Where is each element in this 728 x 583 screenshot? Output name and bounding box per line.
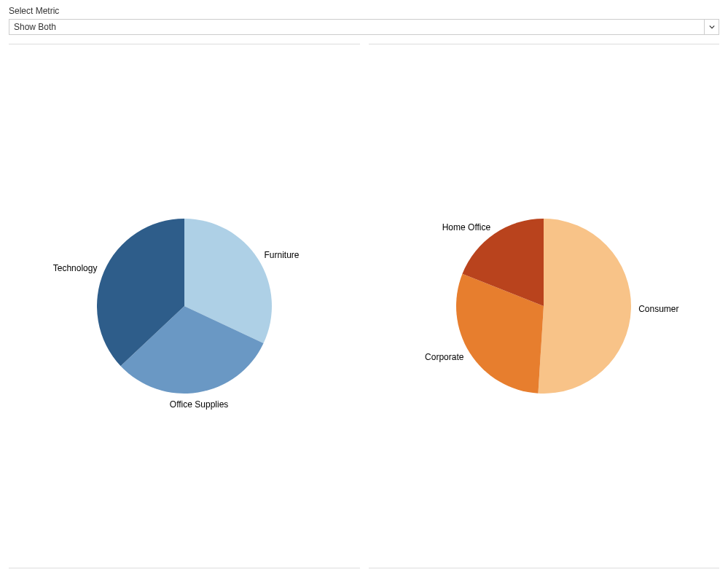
chart-panel-category: FurnitureOffice SuppliesTechnology (9, 44, 360, 568)
pie-slice[interactable] (539, 219, 632, 394)
pie-segment: ConsumerCorporateHome Office (456, 219, 631, 394)
chevron-down-icon (704, 20, 719, 34)
pie-slice-label: Furniture (265, 250, 300, 260)
chart-panel-segment: ConsumerCorporateHome Office (369, 44, 720, 568)
pie-slice-label: Consumer (638, 304, 678, 314)
pie-svg (456, 219, 631, 394)
metric-select-dropdown[interactable]: Show Both (9, 19, 719, 35)
pie-category: FurnitureOffice SuppliesTechnology (97, 219, 272, 394)
pie-svg (97, 219, 272, 394)
pie-slice-label: Home Office (442, 222, 490, 232)
pie-slice-label: Corporate (425, 352, 463, 362)
metric-select-value: Show Both (14, 22, 56, 32)
control-bar: Select Metric Show Both (0, 0, 728, 38)
charts-area: FurnitureOffice SuppliesTechnology Consu… (0, 44, 728, 568)
metric-select-label: Select Metric (9, 6, 719, 16)
pie-slice-label: Office Supplies (170, 399, 229, 410)
pie-slice-label: Technology (53, 263, 98, 273)
